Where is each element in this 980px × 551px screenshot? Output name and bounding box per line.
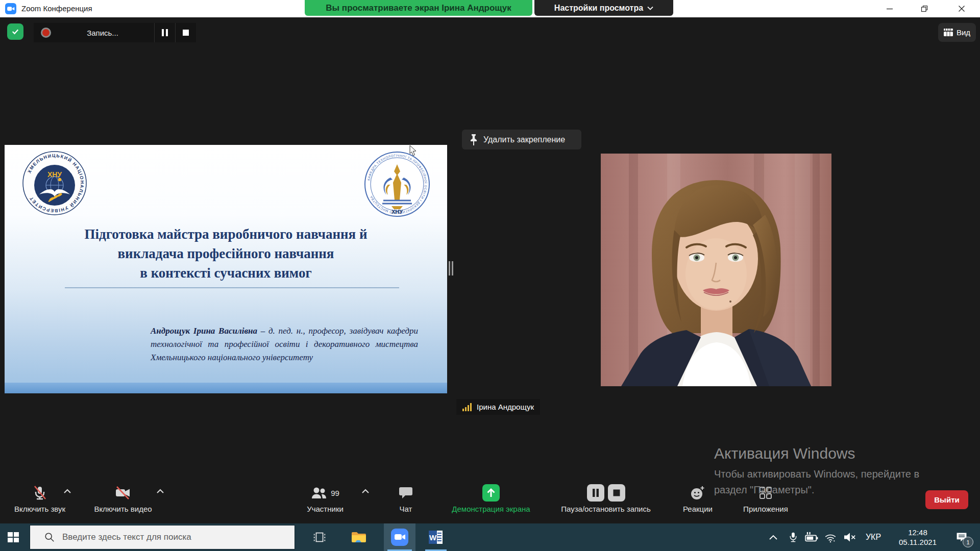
svg-text:W: W: [429, 533, 437, 542]
close-icon[interactable]: [943, 0, 980, 17]
record-dot-icon: [41, 28, 51, 38]
participants-label: Участники: [307, 505, 344, 513]
chat-button[interactable]: Чат: [384, 483, 427, 513]
pause-stop-record-label: Пауза/остановить запись: [561, 505, 651, 513]
watermark-line1: Чтобы активировать Windows, перейдите в: [714, 466, 919, 482]
screen-share-banner: Вы просматриваете экран Ірина Андрощук: [305, 0, 532, 16]
view-button-label: Вид: [957, 28, 970, 37]
slide-title-line3: в контексті сучасних вимог: [5, 263, 447, 283]
share-screen-button[interactable]: Демонстрация экрана: [448, 483, 534, 513]
zoom-meeting-window: Zoom Конференция Вы просматриваете экран…: [0, 0, 980, 551]
pause-record-icon: [587, 484, 604, 502]
shared-screen-slide: ХМЕЛЬНИЦЬКИЙ НАЦІОНАЛЬНИЙ УНІВЕРСИТЕТ ХН…: [5, 145, 447, 393]
zoom-taskbar-button[interactable]: [384, 523, 415, 551]
notification-badge: 1: [963, 537, 973, 547]
window-title: Zoom Конференция: [21, 0, 92, 17]
clock-time: 12:48: [908, 528, 927, 537]
stop-record-icon: [608, 484, 625, 502]
tray-expand-chevron[interactable]: [765, 523, 782, 551]
svg-text:ХНУ: ХНУ: [47, 170, 62, 179]
remove-pin-label: Удалить закрепление: [483, 135, 565, 144]
language-indicator[interactable]: УКР: [862, 523, 885, 551]
view-options-dropdown[interactable]: Настройки просмотра: [534, 0, 673, 16]
tray-microphone-icon[interactable]: [785, 523, 801, 551]
unmute-button[interactable]: Включить звук: [9, 483, 70, 513]
search-icon: [44, 532, 55, 543]
file-explorer-button[interactable]: [345, 523, 372, 551]
task-view-icon: [312, 530, 327, 545]
slide-author-text: Андрощук Ірина Василівна – д. пед. н., п…: [151, 324, 418, 364]
slide-title: Підготовка майстра виробничого навчання …: [5, 224, 447, 283]
share-screen-icon: [482, 484, 500, 502]
chat-label: Чат: [400, 505, 412, 513]
reactions-button[interactable]: Реакции: [674, 483, 722, 513]
remove-pin-button[interactable]: Удалить закрепление: [462, 130, 581, 149]
taskbar-search-box[interactable]: [30, 525, 295, 549]
gallery-view-icon: [944, 29, 953, 36]
restore-button[interactable]: [909, 0, 940, 17]
participants-icon: [311, 485, 327, 500]
reactions-icon: [690, 485, 705, 500]
chat-icon: [398, 486, 413, 500]
mouse-cursor: [409, 145, 417, 156]
chevron-up-icon: [769, 534, 778, 540]
clock-date: 05.11.2021: [899, 537, 937, 547]
notification-center-button[interactable]: 1: [948, 523, 975, 551]
pause-stop-record-button[interactable]: Пауза/остановить запись: [549, 483, 663, 513]
apps-grid-icon: [758, 486, 773, 500]
university-logo: ХМЕЛЬНИЦЬКИЙ НАЦІОНАЛЬНИЙ УНІВЕРСИТЕТ ХН…: [22, 151, 87, 216]
start-video-label: Включить видео: [94, 505, 152, 513]
tray-volume-muted-icon[interactable]: [840, 523, 860, 551]
search-input[interactable]: [61, 532, 288, 543]
participant-nametag: Ірина Андрощук: [456, 399, 540, 415]
stop-recording-button[interactable]: [175, 23, 196, 42]
windows-logo-icon: [7, 531, 19, 543]
participants-button[interactable]: 99 Участники: [292, 483, 358, 513]
taskbar-clock[interactable]: 12:48 05.11.2021: [889, 523, 946, 551]
tray-battery-icon[interactable]: [802, 523, 821, 551]
view-options-label: Настройки просмотра: [554, 4, 643, 13]
start-button[interactable]: [0, 523, 27, 551]
pane-resize-handle[interactable]: [449, 261, 455, 276]
zoom-taskbar-icon: [391, 529, 408, 546]
participant-name: Ірина Андрощук: [477, 403, 534, 411]
view-button[interactable]: Вид: [938, 23, 976, 42]
audio-options-chevron[interactable]: [63, 489, 71, 494]
start-video-button[interactable]: Включить видео: [88, 483, 158, 513]
zoom-app-icon: [5, 3, 16, 14]
leave-meeting-button[interactable]: Выйти: [925, 490, 968, 509]
share-screen-label: Демонстрация экрана: [452, 505, 530, 513]
watermark-title: Активация Windows: [714, 445, 919, 462]
portrait-image: [601, 154, 831, 386]
microphone-muted-icon: [32, 485, 48, 501]
task-view-button[interactable]: [306, 523, 333, 551]
word-taskbar-button[interactable]: W: [422, 523, 450, 551]
minimize-button[interactable]: [874, 0, 905, 17]
recording-status: Запись...: [51, 29, 154, 37]
author-name: Андрощук Ірина Василівна: [151, 326, 257, 336]
participants-options-chevron[interactable]: [361, 489, 370, 494]
video-options-chevron[interactable]: [156, 489, 164, 494]
pause-recording-button[interactable]: [154, 23, 175, 42]
signal-strength-icon: [462, 403, 473, 411]
word-icon: W: [428, 530, 444, 545]
svg-text:ХНУ: ХНУ: [391, 209, 403, 215]
department-logo: КАФЕДРА ТЕХНОЛОГІЧНОЇ ТА ПРОФЕСІЙНОЇ ОСВ…: [364, 151, 430, 217]
folder-icon: [350, 530, 366, 545]
apps-button[interactable]: Приложения: [735, 483, 796, 513]
reactions-label: Реакции: [683, 505, 713, 513]
windows-taskbar: W: [0, 523, 980, 551]
chevron-down-icon: [647, 6, 653, 10]
slide-divider: [65, 287, 399, 288]
pin-icon: [469, 134, 478, 146]
recording-indicator: Запись...: [34, 23, 196, 42]
participant-video[interactable]: [601, 154, 831, 386]
participants-count: 99: [331, 489, 339, 497]
slide-title-line2: викладача професійного навчання: [5, 244, 447, 263]
slide-bottom-strip: [5, 383, 447, 393]
security-shield-icon[interactable]: [7, 23, 23, 40]
tray-wifi-icon[interactable]: [822, 523, 839, 551]
slide-title-line1: Підготовка майстра виробничого навчання …: [5, 224, 447, 244]
apps-label: Приложения: [743, 505, 788, 513]
unmute-label: Включить звук: [14, 505, 65, 513]
